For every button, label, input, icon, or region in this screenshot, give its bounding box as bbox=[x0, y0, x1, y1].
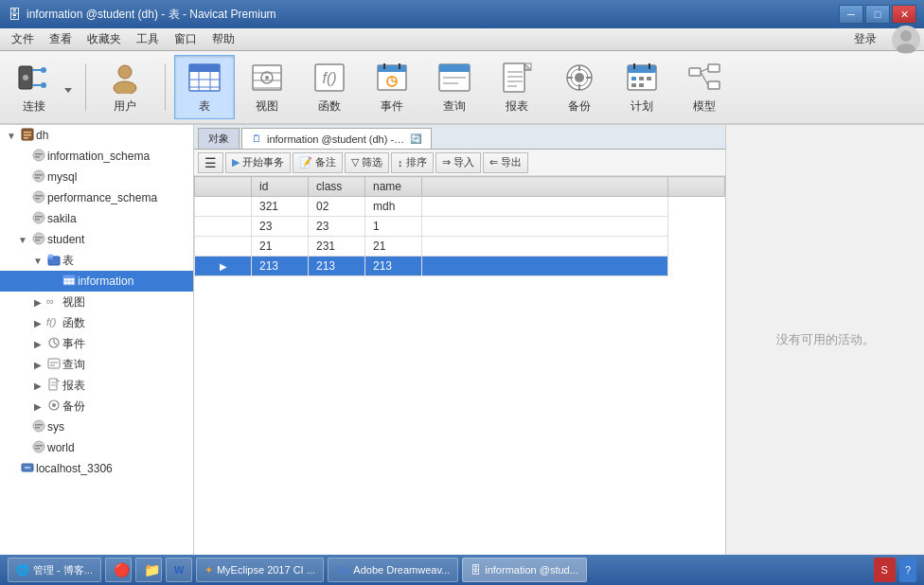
cell-extra bbox=[422, 197, 668, 217]
sidebar-item-events-folder[interactable]: ▶ 事件 bbox=[0, 333, 193, 354]
cell-name[interactable]: mdh bbox=[365, 197, 422, 217]
header-name[interactable]: name bbox=[365, 177, 422, 197]
tool-schedule[interactable]: 计划 bbox=[612, 55, 672, 119]
cell-class[interactable]: 02 bbox=[309, 197, 365, 217]
menu-window[interactable]: 窗口 bbox=[167, 29, 204, 49]
taskbar-icon1[interactable]: 🔴 bbox=[105, 558, 132, 582]
svg-rect-81 bbox=[35, 237, 43, 239]
cell-class[interactable]: 213 bbox=[309, 257, 365, 276]
taskbar-myeclipse[interactable]: ✦ MyEclipse 2017 CI ... bbox=[196, 558, 324, 582]
svg-rect-54 bbox=[631, 77, 636, 80]
sidebar-item-information[interactable]: information bbox=[0, 271, 193, 292]
tool-report[interactable]: 报表 bbox=[487, 55, 547, 119]
no-activity-text: 没有可用的活动。 bbox=[776, 331, 875, 348]
cell-id[interactable]: 321 bbox=[252, 197, 309, 217]
tool-user[interactable]: 用户 bbox=[95, 55, 155, 119]
menu-favorites[interactable]: 收藏夹 bbox=[80, 29, 129, 49]
tool-model[interactable]: 模型 bbox=[674, 55, 735, 119]
sidebar-item-dh[interactable]: ▼ dh bbox=[0, 125, 193, 146]
table-row[interactable]: 23231 bbox=[195, 217, 725, 237]
table-row[interactable]: 32102mdh bbox=[195, 197, 725, 217]
taskbar-icon2-icon: 📁 bbox=[144, 562, 160, 577]
tool-query-label: 查询 bbox=[443, 98, 466, 115]
note-icon: 📝 bbox=[299, 156, 312, 168]
table-row[interactable]: ▶213213213 bbox=[195, 257, 725, 276]
svg-rect-99 bbox=[49, 379, 57, 390]
sidebar-item-localhost[interactable]: localhost_3306 bbox=[0, 458, 193, 479]
tool-view[interactable]: 视图 bbox=[237, 55, 297, 119]
note-button[interactable]: 📝 备注 bbox=[293, 152, 343, 173]
login-button[interactable]: 登录 bbox=[846, 29, 884, 49]
taskbar-help-button[interactable]: ? bbox=[899, 558, 916, 582]
svg-point-1 bbox=[897, 44, 915, 53]
sidebar-item-backups-folder[interactable]: ▶ 备份 bbox=[0, 396, 193, 417]
sidebar-item-tables-folder[interactable]: ▼ 表 bbox=[0, 250, 193, 271]
connect-dropdown-arrow[interactable] bbox=[62, 80, 74, 94]
tool-query[interactable]: 查询 bbox=[424, 55, 485, 119]
cell-name[interactable]: 213 bbox=[365, 257, 422, 276]
tab-table-data[interactable]: 🗒 information @student (dh) -… 🔄 bbox=[241, 128, 432, 149]
import-button[interactable]: ⇒ 导入 bbox=[435, 152, 481, 173]
student-arrow: ▼ bbox=[15, 235, 30, 245]
sidebar-item-information-schema[interactable]: information_schema bbox=[0, 146, 193, 167]
sidebar-item-sys[interactable]: sys bbox=[0, 417, 193, 437]
sidebar-item-sakila[interactable]: sakila bbox=[0, 208, 193, 229]
tab-object[interactable]: 对象 bbox=[198, 128, 240, 149]
cell-class[interactable]: 23 bbox=[309, 217, 365, 237]
cell-id[interactable]: 21 bbox=[252, 237, 309, 257]
cell-id[interactable]: 213 bbox=[252, 257, 309, 276]
export-button[interactable]: ⇐ 导出 bbox=[483, 152, 528, 173]
sidebar-item-world[interactable]: world bbox=[0, 437, 193, 458]
tab-bar: 对象 🗒 information @student (dh) -… 🔄 bbox=[194, 125, 725, 150]
taskbar-s-button[interactable]: S bbox=[874, 558, 896, 582]
cell-name[interactable]: 21 bbox=[365, 237, 422, 257]
sort-button[interactable]: ↕ 排序 bbox=[391, 152, 434, 173]
menu-view[interactable]: 查看 bbox=[42, 29, 80, 49]
sidebar-item-performance-schema[interactable]: performance_schema bbox=[0, 187, 193, 208]
header-class[interactable]: class bbox=[309, 177, 365, 197]
views-folder-label: 视图 bbox=[62, 294, 85, 310]
svg-point-105 bbox=[33, 420, 44, 432]
menu-help[interactable]: 帮助 bbox=[204, 29, 242, 49]
cell-id[interactable]: 23 bbox=[252, 217, 309, 237]
sidebar-item-reports-folder[interactable]: ▶ 报表 bbox=[0, 375, 193, 396]
table-content: id class name 32102mdh232312123121▶21321… bbox=[194, 176, 725, 555]
cell-name[interactable]: 1 bbox=[365, 217, 422, 237]
svg-text:f(): f() bbox=[322, 70, 336, 86]
maximize-button[interactable]: □ bbox=[865, 5, 890, 24]
title-controls: ─ □ ✕ bbox=[839, 5, 916, 24]
menu-button[interactable]: ☰ bbox=[198, 152, 223, 173]
taskbar-icon2[interactable]: 📁 bbox=[135, 558, 162, 582]
taskbar-navicat[interactable]: 🗄 information @stud... bbox=[462, 558, 587, 582]
taskbar-word[interactable]: W bbox=[166, 558, 192, 582]
close-button[interactable]: ✕ bbox=[892, 5, 916, 24]
begin-transaction-button[interactable]: ▶ 开始事务 bbox=[225, 152, 291, 173]
menu-file[interactable]: 文件 bbox=[4, 29, 42, 49]
svg-rect-73 bbox=[35, 177, 40, 179]
minimize-button[interactable]: ─ bbox=[839, 5, 863, 24]
tool-connect[interactable]: 连接 bbox=[8, 55, 76, 119]
sidebar-item-funcs-folder[interactable]: ▶ f() 函数 bbox=[0, 312, 193, 333]
sidebar-item-student[interactable]: ▼ student bbox=[0, 229, 193, 250]
filter-button[interactable]: ▽ 筛选 bbox=[345, 152, 389, 173]
menu-tools[interactable]: 工具 bbox=[129, 29, 167, 49]
tool-func[interactable]: f() 函数 bbox=[299, 55, 360, 119]
sidebar-item-mysql[interactable]: mysql bbox=[0, 167, 193, 187]
cell-class[interactable]: 231 bbox=[309, 237, 365, 257]
sidebar-item-views-folder[interactable]: ▶ ∞ 视图 bbox=[0, 292, 193, 312]
taskbar-blog[interactable]: 🌐 管理 - 博客... bbox=[8, 558, 101, 582]
svg-rect-33 bbox=[439, 64, 470, 72]
tool-table[interactable]: 表 bbox=[174, 55, 235, 119]
table-row[interactable]: 2123121 bbox=[195, 237, 725, 257]
tab-translate-icon[interactable]: 🔄 bbox=[410, 133, 421, 144]
tool-backup[interactable]: 备份 bbox=[549, 55, 610, 119]
tool-event[interactable]: 事件 bbox=[362, 55, 422, 119]
header-id[interactable]: id bbox=[252, 177, 309, 197]
export-label: 导出 bbox=[501, 155, 522, 169]
taskbar-dreamweaver-icon: Dw bbox=[336, 565, 349, 576]
taskbar-dreamweaver[interactable]: Dw Adobe Dreamweav... bbox=[328, 558, 458, 582]
sidebar-item-queries-folder[interactable]: ▶ 查询 bbox=[0, 354, 193, 375]
svg-rect-82 bbox=[35, 239, 40, 241]
svg-text:f(): f() bbox=[46, 316, 57, 328]
object-toolbar: ☰ ▶ 开始事务 📝 备注 ▽ 筛选 ↕ 排序 ⇒ 导入 ⇐ bbox=[194, 150, 725, 176]
